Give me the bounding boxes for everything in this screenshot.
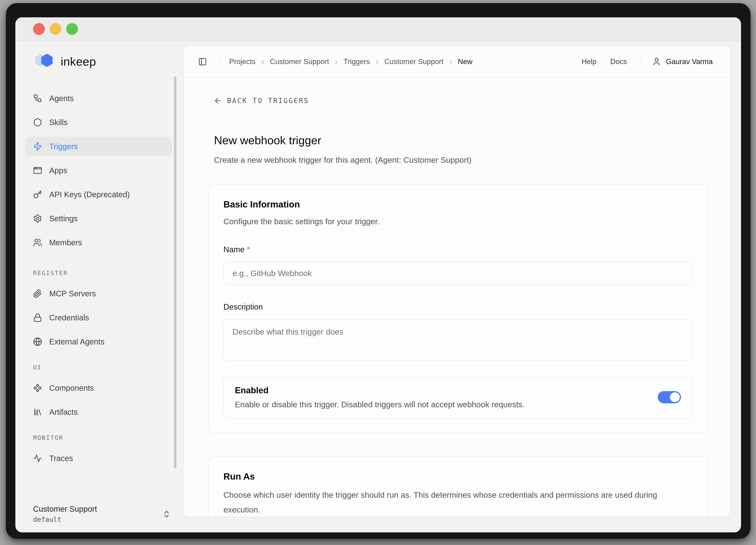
hexagon-icon: [33, 118, 42, 127]
zoom-window-button[interactable]: [66, 23, 78, 35]
breadcrumb-item[interactable]: Customer Support: [384, 57, 443, 66]
description-textarea[interactable]: [223, 319, 692, 361]
breadcrumb-item[interactable]: Customer Support: [270, 57, 329, 66]
sidebar-item-api-keys-deprecated[interactable]: API Keys (Deprecated): [25, 185, 172, 204]
sidebar-section-title-monitor: MONITOR: [33, 434, 172, 441]
page-header: Projects›Customer Support›Triggers›Custo…: [183, 46, 730, 78]
sidebar-item-label: External Agents: [49, 337, 104, 346]
sidebar-item-components[interactable]: Components: [25, 378, 172, 398]
inkeep-logo[interactable]: inkeep: [33, 52, 172, 70]
docs-link[interactable]: Docs: [610, 57, 627, 66]
zap-icon: [33, 142, 42, 151]
sidebar-item-members[interactable]: Members: [25, 233, 172, 252]
sidebar-item-label: MCP Servers: [49, 289, 96, 298]
users-icon: [33, 238, 42, 247]
page-subtitle: Create a new webhook trigger for this ag…: [214, 155, 708, 165]
sidebar: inkeep AgentsSkillsTriggersAppsAPI Keys …: [15, 41, 183, 532]
sidebar-item-label: Skills: [49, 118, 68, 127]
sidebar-item-apps[interactable]: Apps: [25, 161, 172, 180]
user-menu[interactable]: Gaurav Varma: [652, 57, 713, 66]
breadcrumb-separator: ›: [261, 58, 264, 66]
sidebar-section-title-ui: UI: [33, 364, 172, 371]
enabled-label: Enabled: [235, 385, 646, 395]
component-icon: [33, 384, 42, 393]
header-right: Help Docs Gaurav Varma: [568, 56, 713, 67]
lock-icon: [33, 313, 42, 322]
sidebar-item-agents[interactable]: Agents: [25, 89, 172, 108]
sidebar-item-label: Settings: [49, 214, 78, 223]
activity-icon: [33, 454, 42, 463]
sidebar-item-mcp-servers[interactable]: MCP Servers: [25, 284, 172, 303]
page-scroll-area[interactable]: BACK TO TRIGGERS New webhook trigger Cre…: [183, 78, 730, 517]
name-label: Name*: [223, 245, 692, 254]
key-icon: [33, 190, 42, 199]
sidebar-section-title-register: REGISTER: [33, 269, 172, 277]
run-as-title: Run As: [223, 471, 692, 482]
sidebar-item-label: Artifacts: [49, 408, 78, 417]
breadcrumb-separator: ›: [335, 58, 337, 66]
project-switcher[interactable]: Customer Support default: [33, 505, 172, 523]
panel-left-icon: [198, 57, 207, 66]
sidebar-item-label: API Keys (Deprecated): [49, 190, 130, 199]
chevrons-up-down-icon: [162, 510, 171, 518]
sidebar-item-settings[interactable]: Settings: [25, 209, 172, 228]
device-frame: inkeep AgentsSkillsTriggersAppsAPI Keys …: [6, 3, 750, 539]
minimize-window-button[interactable]: [50, 23, 61, 35]
breadcrumb-item[interactable]: Projects: [229, 57, 256, 66]
header-divider: [641, 56, 641, 67]
required-mark: *: [247, 245, 250, 254]
arrow-left-icon: [214, 96, 222, 105]
main-panel: Projects›Customer Support›Triggers›Custo…: [183, 45, 731, 517]
run-as-card: Run As Choose which user identity the tr…: [208, 457, 708, 517]
sidebar-item-label: Traces: [49, 454, 73, 463]
breadcrumb-item[interactable]: Triggers: [344, 57, 370, 66]
sidebar-item-artifacts[interactable]: Artifacts: [25, 402, 172, 422]
run-as-description: Choose which user identity the trigger s…: [223, 488, 692, 517]
workflow-icon: [33, 94, 42, 103]
sidebar-toggle-button[interactable]: [195, 54, 210, 69]
breadcrumb-separator: ›: [449, 58, 452, 66]
back-to-triggers-link[interactable]: BACK TO TRIGGERS: [214, 96, 309, 105]
globe-icon: [33, 337, 42, 346]
sidebar-item-label: Components: [49, 384, 94, 393]
window-titlebar: [15, 17, 741, 41]
page-title: New webhook trigger: [214, 134, 708, 147]
breadcrumb-separator: ›: [376, 58, 378, 66]
user-name: Gaurav Varma: [666, 57, 713, 66]
logo-wordmark: inkeep: [61, 55, 96, 68]
window-content: inkeep AgentsSkillsTriggersAppsAPI Keys …: [15, 41, 741, 532]
paperclip-icon: [33, 289, 42, 298]
project-variant: default: [33, 515, 97, 523]
enabled-toggle[interactable]: [658, 391, 681, 403]
basic-information-title: Basic Information: [223, 199, 692, 210]
project-name: Customer Support: [33, 505, 97, 513]
sidebar-item-label: Triggers: [49, 142, 78, 151]
help-link[interactable]: Help: [582, 57, 597, 66]
name-input[interactable]: [223, 262, 692, 285]
breadcrumb-item: New: [458, 57, 473, 66]
sidebar-item-skills[interactable]: Skills: [25, 113, 172, 132]
library-icon: [33, 408, 42, 417]
gear-icon: [33, 214, 42, 223]
sidebar-item-label: Agents: [49, 94, 74, 103]
app-window-icon: [33, 166, 42, 175]
breadcrumb: Projects›Customer Support›Triggers›Custo…: [229, 57, 473, 66]
sidebar-item-label: Credentials: [49, 313, 89, 322]
enabled-setting-row: Enabled Enable or disable this trigger. …: [223, 376, 692, 419]
sidebar-nav-sections: REGISTERMCP ServersCredentialsExternal A…: [33, 257, 172, 473]
inkeep-logo-mark: [33, 52, 57, 70]
sidebar-scrollbar[interactable]: [174, 76, 176, 469]
basic-information-card: Basic Information Configure the basic se…: [208, 184, 708, 433]
description-label: Description: [223, 303, 692, 311]
basic-information-description: Configure the basic settings for your tr…: [223, 215, 692, 228]
sidebar-item-triggers[interactable]: Triggers: [25, 137, 172, 156]
sidebar-item-credentials[interactable]: Credentials: [25, 308, 172, 327]
sidebar-item-traces[interactable]: Traces: [25, 449, 172, 468]
close-window-button[interactable]: [33, 23, 45, 35]
sidebar-item-label: Members: [49, 238, 82, 247]
toggle-knob: [670, 392, 680, 402]
user-icon: [652, 57, 661, 66]
sidebar-item-external-agents[interactable]: External Agents: [25, 332, 172, 351]
sidebar-nav-main: AgentsSkillsTriggersAppsAPI Keys (Deprec…: [33, 89, 172, 257]
main-area: Projects›Customer Support›Triggers›Custo…: [183, 41, 741, 532]
